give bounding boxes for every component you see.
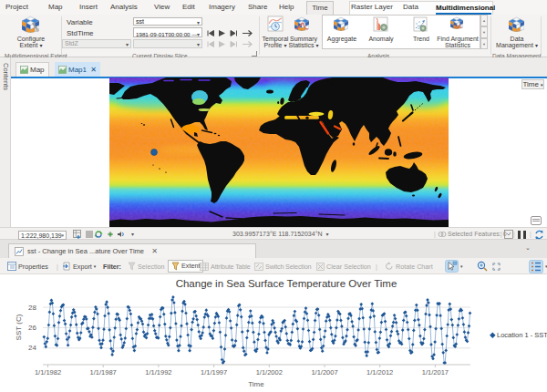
svg-text:1/1/2002: 1/1/2002 [256,368,283,377]
svg-text:1/1/1982: 1/1/1982 [35,368,61,377]
svg-text:24: 24 [28,344,36,352]
svg-text:Location 1 - SST: Location 1 - SST [497,331,547,339]
svg-text:28: 28 [28,304,36,312]
svg-text:Time: Time [248,380,264,388]
svg-text:1/1/1992: 1/1/1992 [145,368,171,377]
svg-text:1/1/1997: 1/1/1997 [201,368,227,377]
svg-text:1/1/2017: 1/1/2017 [422,368,449,377]
svg-text:1/1/2012: 1/1/2012 [366,368,393,377]
svg-text:1/1/1987: 1/1/1987 [90,368,117,377]
svg-text:26: 26 [28,324,36,332]
svg-text:1/1/2007: 1/1/2007 [311,368,337,377]
svg-text:SST (C): SST (C) [15,314,23,340]
svg-text:DML: DML [453,24,463,29]
